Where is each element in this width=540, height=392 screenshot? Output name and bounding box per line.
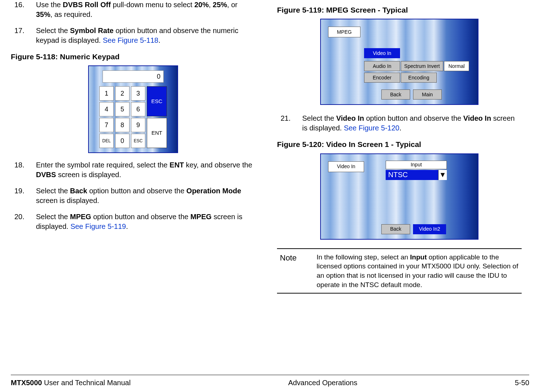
text: Select the — [36, 213, 70, 221]
text: . — [399, 124, 401, 132]
figure-119: MPEG Video In Audio In Spectrum Invert N… — [277, 19, 522, 105]
key-7[interactable]: 7 — [99, 118, 114, 132]
step-number: 19. — [11, 186, 36, 206]
text: pull-down menu to select — [111, 1, 194, 9]
step-number: 18. — [11, 160, 36, 180]
text: screen is displayed. — [56, 171, 121, 179]
text: Use the — [36, 1, 63, 9]
text: screen is displayed. — [36, 197, 99, 204]
main-button[interactable]: Main — [413, 89, 442, 100]
bold: ENT — [169, 161, 184, 169]
bold: Symbol Rate — [70, 27, 114, 34]
audio-in-button[interactable]: Audio In — [364, 61, 400, 71]
key-esc-small[interactable]: ESC — [131, 134, 145, 148]
text: User and Technical Manual — [42, 379, 131, 387]
key-8[interactable]: 8 — [115, 118, 130, 132]
bold: Video In — [336, 114, 364, 122]
bold: Operation Mode — [186, 187, 241, 195]
text: key, and observe the — [184, 161, 252, 169]
text: , or — [227, 1, 237, 9]
step-21: 21. Select the Video In option button an… — [277, 114, 522, 133]
text: Select the — [302, 114, 336, 122]
step-body: Select the MPEG option button and observ… — [36, 212, 255, 231]
step-body: Select the Video In option button and ob… — [302, 114, 522, 133]
key-5[interactable]: 5 — [115, 102, 130, 116]
key-del[interactable]: DEL — [99, 134, 114, 148]
keypad-display: 0 — [103, 70, 164, 83]
video-in2-button[interactable]: Video In2 — [413, 224, 446, 234]
footer-right: 5-50 — [515, 379, 529, 387]
key-3[interactable]: 3 — [131, 86, 145, 101]
key-6[interactable]: 6 — [131, 102, 145, 116]
figure-118-caption: Figure 5-118: Numeric Keypad — [11, 52, 255, 62]
step-number: 20. — [11, 212, 36, 231]
keypad-panel: 0 1 2 3 4 5 6 7 8 9 DEL 0 ESC — [88, 65, 178, 153]
bold: 35% — [36, 10, 50, 18]
text: , as required. — [50, 10, 92, 18]
step-number: 16. — [11, 0, 36, 19]
input-dropdown[interactable]: NTSC — [386, 170, 438, 180]
bold: 25% — [213, 1, 227, 9]
step-17: 17. Select the Symbol Rate option button… — [11, 26, 255, 45]
figure-119-caption: Figure 5-119: MPEG Screen - Typical — [277, 5, 522, 15]
bold: Video In — [463, 114, 491, 122]
figure-118: 0 1 2 3 4 5 6 7 8 9 DEL 0 ESC — [11, 65, 255, 153]
step-number: 17. — [11, 26, 36, 45]
key-1[interactable]: 1 — [99, 86, 114, 101]
bold: DVBS Roll Off — [63, 1, 110, 9]
back-button[interactable]: Back — [381, 89, 410, 100]
page-footer: MTX5000 User and Technical Manual Advanc… — [11, 375, 529, 387]
video-in-label: Video In — [328, 161, 364, 172]
xref-link[interactable]: See Figure 5-120 — [344, 124, 400, 132]
key-ent-big[interactable]: ENT — [147, 118, 167, 148]
step-18: 18. Enter the symbol rate required, sele… — [11, 160, 255, 180]
note-text: In the following step, select an Input o… — [317, 253, 522, 290]
bold: MTX5000 — [11, 379, 42, 387]
step-number: 21. — [277, 114, 302, 133]
step-19: 19. Select the Back option button and ob… — [11, 186, 255, 206]
text: In the following step, select an — [317, 253, 410, 261]
xref-link[interactable]: See Figure 5-119 — [71, 222, 126, 230]
step-16: 16. Use the DVBS Roll Off pull-down menu… — [11, 0, 255, 19]
video-in-button[interactable]: Video In — [364, 48, 400, 58]
encoding-button[interactable]: Encoding — [401, 73, 437, 83]
text: option button and observe the — [364, 114, 463, 122]
normal-value: Normal — [444, 61, 469, 71]
bold: DVBS — [36, 171, 56, 179]
mpeg-label: MPEG — [328, 27, 360, 37]
video-in-panel: Video In Input NTSC ▼ Back Video In2 — [320, 153, 478, 240]
xref-link[interactable]: See Figure 5-118 — [103, 36, 159, 44]
key-esc-big[interactable]: ESC — [147, 86, 167, 116]
figure-120: Video In Input NTSC ▼ Back Video In2 — [277, 153, 522, 240]
dropdown-value: NTSC — [388, 170, 408, 180]
step-20: 20. Select the MPEG option button and ob… — [11, 212, 255, 231]
footer-left: MTX5000 User and Technical Manual — [11, 379, 131, 387]
text: option button and observe the — [87, 187, 186, 195]
back-button[interactable]: Back — [381, 224, 410, 234]
step-body: Enter the symbol rate required, select t… — [36, 160, 255, 180]
chevron-down-icon[interactable]: ▼ — [438, 170, 447, 180]
bold: MPEG — [70, 213, 91, 221]
text: option button and observe the — [91, 213, 190, 221]
note-block: Note In the following step, select an In… — [277, 248, 522, 294]
note-label: Note — [277, 253, 317, 290]
text: Enter the symbol rate required, select t… — [36, 161, 169, 169]
spectrum-invert-label: Spectrum Invert — [401, 61, 443, 71]
encoder-button[interactable]: Encoder — [364, 73, 400, 83]
step-body: Select the Symbol Rate option button and… — [36, 26, 255, 45]
step-body: Use the DVBS Roll Off pull-down menu to … — [36, 0, 255, 19]
figure-120-caption: Figure 5-120: Video In Screen 1 - Typica… — [277, 139, 522, 149]
step-body: Select the Back option button and observ… — [36, 186, 255, 206]
key-0[interactable]: 0 — [115, 134, 130, 148]
key-2[interactable]: 2 — [115, 86, 130, 101]
key-9[interactable]: 9 — [131, 118, 145, 132]
bold: 20% — [194, 1, 209, 9]
bold: Back — [70, 187, 87, 195]
mpeg-panel: MPEG Video In Audio In Spectrum Invert N… — [320, 19, 478, 105]
footer-center: Advanced Operations — [288, 379, 357, 387]
input-label: Input — [386, 161, 447, 169]
key-4[interactable]: 4 — [99, 102, 114, 116]
text: Select the — [36, 27, 70, 34]
bold: MPEG — [190, 213, 212, 221]
text: , — [209, 1, 213, 9]
